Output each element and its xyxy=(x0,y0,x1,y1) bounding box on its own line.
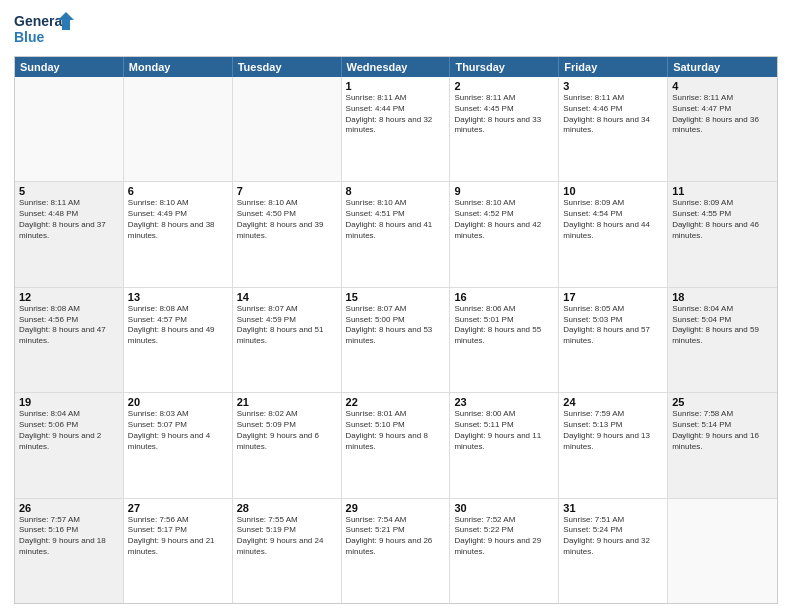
cell-info: Sunrise: 7:57 AM Sunset: 5:16 PM Dayligh… xyxy=(19,515,119,558)
header: General Blue xyxy=(14,10,778,48)
cal-cell-day: 25Sunrise: 7:58 AM Sunset: 5:14 PM Dayli… xyxy=(668,393,777,497)
cal-header-cell: Wednesday xyxy=(342,57,451,77)
cal-cell-day: 13Sunrise: 8:08 AM Sunset: 4:57 PM Dayli… xyxy=(124,288,233,392)
cal-cell-day: 15Sunrise: 8:07 AM Sunset: 5:00 PM Dayli… xyxy=(342,288,451,392)
cal-cell-day: 30Sunrise: 7:52 AM Sunset: 5:22 PM Dayli… xyxy=(450,499,559,603)
day-number: 7 xyxy=(237,185,337,197)
day-number: 5 xyxy=(19,185,119,197)
cal-cell-day: 28Sunrise: 7:55 AM Sunset: 5:19 PM Dayli… xyxy=(233,499,342,603)
calendar: SundayMondayTuesdayWednesdayThursdayFrid… xyxy=(14,56,778,604)
cell-info: Sunrise: 8:11 AM Sunset: 4:44 PM Dayligh… xyxy=(346,93,446,136)
day-number: 29 xyxy=(346,502,446,514)
cal-cell-day: 22Sunrise: 8:01 AM Sunset: 5:10 PM Dayli… xyxy=(342,393,451,497)
cell-info: Sunrise: 8:05 AM Sunset: 5:03 PM Dayligh… xyxy=(563,304,663,347)
page: General Blue SundayMondayTuesdayWednesda… xyxy=(0,0,792,612)
cal-cell-day: 26Sunrise: 7:57 AM Sunset: 5:16 PM Dayli… xyxy=(15,499,124,603)
cal-cell-day: 23Sunrise: 8:00 AM Sunset: 5:11 PM Dayli… xyxy=(450,393,559,497)
cal-cell-day: 29Sunrise: 7:54 AM Sunset: 5:21 PM Dayli… xyxy=(342,499,451,603)
cal-cell-empty xyxy=(124,77,233,181)
cell-info: Sunrise: 8:00 AM Sunset: 5:11 PM Dayligh… xyxy=(454,409,554,452)
cell-info: Sunrise: 8:11 AM Sunset: 4:45 PM Dayligh… xyxy=(454,93,554,136)
day-number: 23 xyxy=(454,396,554,408)
cell-info: Sunrise: 7:54 AM Sunset: 5:21 PM Dayligh… xyxy=(346,515,446,558)
cal-cell-day: 7Sunrise: 8:10 AM Sunset: 4:50 PM Daylig… xyxy=(233,182,342,286)
day-number: 22 xyxy=(346,396,446,408)
cal-header-cell: Tuesday xyxy=(233,57,342,77)
cal-cell-day: 21Sunrise: 8:02 AM Sunset: 5:09 PM Dayli… xyxy=(233,393,342,497)
cell-info: Sunrise: 7:58 AM Sunset: 5:14 PM Dayligh… xyxy=(672,409,773,452)
cal-cell-day: 19Sunrise: 8:04 AM Sunset: 5:06 PM Dayli… xyxy=(15,393,124,497)
calendar-body: 1Sunrise: 8:11 AM Sunset: 4:44 PM Daylig… xyxy=(15,77,777,603)
day-number: 20 xyxy=(128,396,228,408)
cell-info: Sunrise: 8:10 AM Sunset: 4:52 PM Dayligh… xyxy=(454,198,554,241)
cal-cell-empty xyxy=(233,77,342,181)
day-number: 14 xyxy=(237,291,337,303)
day-number: 25 xyxy=(672,396,773,408)
cell-info: Sunrise: 7:51 AM Sunset: 5:24 PM Dayligh… xyxy=(563,515,663,558)
logo-svg: General Blue xyxy=(14,10,74,48)
cal-cell-empty xyxy=(15,77,124,181)
cal-cell-day: 27Sunrise: 7:56 AM Sunset: 5:17 PM Dayli… xyxy=(124,499,233,603)
cal-cell-day: 5Sunrise: 8:11 AM Sunset: 4:48 PM Daylig… xyxy=(15,182,124,286)
cal-cell-day: 11Sunrise: 8:09 AM Sunset: 4:55 PM Dayli… xyxy=(668,182,777,286)
day-number: 18 xyxy=(672,291,773,303)
day-number: 13 xyxy=(128,291,228,303)
cell-info: Sunrise: 8:08 AM Sunset: 4:57 PM Dayligh… xyxy=(128,304,228,347)
cell-info: Sunrise: 8:01 AM Sunset: 5:10 PM Dayligh… xyxy=(346,409,446,452)
day-number: 16 xyxy=(454,291,554,303)
cal-cell-day: 17Sunrise: 8:05 AM Sunset: 5:03 PM Dayli… xyxy=(559,288,668,392)
cell-info: Sunrise: 8:10 AM Sunset: 4:51 PM Dayligh… xyxy=(346,198,446,241)
day-number: 17 xyxy=(563,291,663,303)
cal-header-cell: Saturday xyxy=(668,57,777,77)
day-number: 11 xyxy=(672,185,773,197)
cell-info: Sunrise: 7:59 AM Sunset: 5:13 PM Dayligh… xyxy=(563,409,663,452)
cal-cell-day: 6Sunrise: 8:10 AM Sunset: 4:49 PM Daylig… xyxy=(124,182,233,286)
day-number: 4 xyxy=(672,80,773,92)
day-number: 26 xyxy=(19,502,119,514)
cal-cell-day: 18Sunrise: 8:04 AM Sunset: 5:04 PM Dayli… xyxy=(668,288,777,392)
cal-cell-day: 16Sunrise: 8:06 AM Sunset: 5:01 PM Dayli… xyxy=(450,288,559,392)
cell-info: Sunrise: 8:11 AM Sunset: 4:46 PM Dayligh… xyxy=(563,93,663,136)
day-number: 28 xyxy=(237,502,337,514)
cell-info: Sunrise: 8:04 AM Sunset: 5:04 PM Dayligh… xyxy=(672,304,773,347)
cell-info: Sunrise: 8:09 AM Sunset: 4:54 PM Dayligh… xyxy=(563,198,663,241)
day-number: 1 xyxy=(346,80,446,92)
cell-info: Sunrise: 8:11 AM Sunset: 4:48 PM Dayligh… xyxy=(19,198,119,241)
svg-text:Blue: Blue xyxy=(14,29,45,45)
day-number: 2 xyxy=(454,80,554,92)
cell-info: Sunrise: 8:07 AM Sunset: 5:00 PM Dayligh… xyxy=(346,304,446,347)
cal-cell-day: 12Sunrise: 8:08 AM Sunset: 4:56 PM Dayli… xyxy=(15,288,124,392)
cal-header-cell: Friday xyxy=(559,57,668,77)
cell-info: Sunrise: 7:55 AM Sunset: 5:19 PM Dayligh… xyxy=(237,515,337,558)
cal-row: 26Sunrise: 7:57 AM Sunset: 5:16 PM Dayli… xyxy=(15,498,777,603)
cell-info: Sunrise: 7:52 AM Sunset: 5:22 PM Dayligh… xyxy=(454,515,554,558)
logo: General Blue xyxy=(14,10,74,48)
cell-info: Sunrise: 8:07 AM Sunset: 4:59 PM Dayligh… xyxy=(237,304,337,347)
cal-cell-day: 4Sunrise: 8:11 AM Sunset: 4:47 PM Daylig… xyxy=(668,77,777,181)
cell-info: Sunrise: 8:11 AM Sunset: 4:47 PM Dayligh… xyxy=(672,93,773,136)
cell-info: Sunrise: 7:56 AM Sunset: 5:17 PM Dayligh… xyxy=(128,515,228,558)
day-number: 24 xyxy=(563,396,663,408)
cell-info: Sunrise: 8:09 AM Sunset: 4:55 PM Dayligh… xyxy=(672,198,773,241)
day-number: 21 xyxy=(237,396,337,408)
cell-info: Sunrise: 8:10 AM Sunset: 4:49 PM Dayligh… xyxy=(128,198,228,241)
cal-cell-day: 24Sunrise: 7:59 AM Sunset: 5:13 PM Dayli… xyxy=(559,393,668,497)
calendar-header-row: SundayMondayTuesdayWednesdayThursdayFrid… xyxy=(15,57,777,77)
day-number: 8 xyxy=(346,185,446,197)
cell-info: Sunrise: 8:08 AM Sunset: 4:56 PM Dayligh… xyxy=(19,304,119,347)
cal-header-cell: Monday xyxy=(124,57,233,77)
cal-cell-empty xyxy=(668,499,777,603)
cal-cell-day: 31Sunrise: 7:51 AM Sunset: 5:24 PM Dayli… xyxy=(559,499,668,603)
cal-cell-day: 20Sunrise: 8:03 AM Sunset: 5:07 PM Dayli… xyxy=(124,393,233,497)
svg-text:General: General xyxy=(14,13,66,29)
day-number: 19 xyxy=(19,396,119,408)
cell-info: Sunrise: 8:02 AM Sunset: 5:09 PM Dayligh… xyxy=(237,409,337,452)
cal-cell-day: 3Sunrise: 8:11 AM Sunset: 4:46 PM Daylig… xyxy=(559,77,668,181)
cal-header-cell: Thursday xyxy=(450,57,559,77)
day-number: 10 xyxy=(563,185,663,197)
cal-cell-day: 14Sunrise: 8:07 AM Sunset: 4:59 PM Dayli… xyxy=(233,288,342,392)
cell-info: Sunrise: 8:04 AM Sunset: 5:06 PM Dayligh… xyxy=(19,409,119,452)
cell-info: Sunrise: 8:06 AM Sunset: 5:01 PM Dayligh… xyxy=(454,304,554,347)
cal-row: 1Sunrise: 8:11 AM Sunset: 4:44 PM Daylig… xyxy=(15,77,777,181)
day-number: 27 xyxy=(128,502,228,514)
